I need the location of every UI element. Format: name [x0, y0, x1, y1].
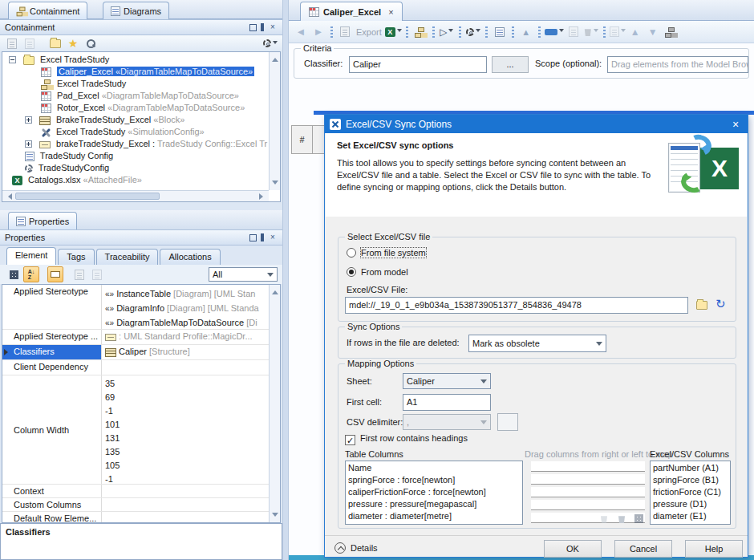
add-new-row-icon[interactable]	[545, 24, 564, 40]
back-icon[interactable]: ◄	[293, 24, 309, 40]
property-row[interactable]: Column Width 35 69 -1 101 131 135 105 -1	[2, 375, 280, 485]
expand-nodes-icon[interactable]	[71, 266, 87, 282]
options-gear-icon[interactable]	[465, 24, 481, 40]
column-header-number[interactable]: #	[291, 125, 313, 154]
first-cell-input[interactable]: A1	[403, 394, 491, 411]
scroll-up-icon[interactable]	[272, 55, 278, 62]
table-columns-list[interactable]: Name springForce : force[newton] caliper…	[345, 461, 523, 525]
scroll-down-icon[interactable]	[272, 513, 278, 520]
move-up-icon[interactable]: ▲	[627, 24, 643, 40]
classifier-input[interactable]: Caliper	[349, 56, 487, 73]
tree-item[interactable]: brakeTradeStudy_Excel : TradeStudy Confi…	[2, 138, 281, 150]
close-dialog-icon[interactable]: ×	[728, 119, 743, 130]
panel-splitter[interactable]	[282, 0, 289, 560]
tree-item[interactable]: TradeStudyConfig	[2, 162, 281, 174]
options-gear-icon[interactable]	[262, 35, 278, 51]
scroll-up-icon[interactable]	[272, 287, 278, 294]
property-row[interactable]: Applied Stereotype ... : UML Standard Pr…	[2, 330, 280, 345]
deleted-rows-select[interactable]: Mark as obsolete	[468, 335, 606, 352]
tab-caliper-excel[interactable]: Caliper_Excel ×	[300, 2, 403, 21]
run-icon[interactable]: ▷	[439, 24, 455, 40]
mapping-drop-zone[interactable]	[531, 461, 645, 525]
list-item[interactable]: partNumber (A1)	[651, 462, 730, 474]
move-rows-icon[interactable]	[610, 24, 626, 40]
filter-criteria-icon[interactable]	[4, 35, 20, 51]
scope-input[interactable]: Drag elements from the Model Browser	[607, 56, 748, 73]
scroll-left-icon[interactable]	[5, 193, 12, 200]
sort-alphabetically-icon[interactable]: A↓Z	[23, 266, 39, 282]
tab-element[interactable]: Element	[6, 247, 56, 265]
browse-classifier-button[interactable]: ...	[492, 56, 529, 73]
mapping-slot[interactable]	[531, 474, 645, 485]
clear-filter-icon[interactable]	[22, 35, 38, 51]
search-icon[interactable]	[83, 35, 99, 51]
float-panel-icon[interactable]	[249, 24, 257, 31]
collapse-nodes-icon[interactable]	[89, 266, 105, 282]
expand-icon[interactable]	[25, 116, 32, 124]
close-panel-icon[interactable]: ×	[268, 233, 278, 242]
property-row[interactable]: Custom Columns	[2, 498, 280, 512]
tab-properties[interactable]: Properties	[8, 212, 77, 229]
property-row[interactable]: Context	[2, 485, 280, 498]
sheet-select[interactable]: Caliper	[403, 373, 491, 389]
validation-icon[interactable]	[492, 24, 508, 40]
list-item[interactable]: caliperFrictionForce : force[newton]	[346, 486, 522, 498]
tab-tags[interactable]: Tags	[58, 249, 94, 265]
mapping-slot[interactable]	[531, 500, 645, 510]
list-item[interactable]: springForce (B1)	[651, 474, 730, 486]
pin-panel-icon[interactable]	[261, 23, 264, 31]
list-item[interactable]: Name	[346, 462, 522, 474]
file-path-input[interactable]: mdel://_19_0_1_e9b034a_1538739051377_854…	[345, 297, 688, 314]
favorites-icon[interactable]: ★	[65, 35, 81, 51]
refresh-icon[interactable]: ↻	[715, 297, 726, 311]
property-row-classifiers[interactable]: Classifiers Caliper [Structure]	[2, 345, 280, 360]
first-row-headings-checkbox[interactable]: First row contains headings	[345, 433, 468, 445]
float-panel-icon[interactable]	[249, 234, 257, 241]
tree-horizontal-scrollbar[interactable]	[2, 190, 269, 201]
excel-columns-list[interactable]: partNumber (A1) springForce (B1) frictio…	[650, 461, 731, 525]
list-item[interactable]: diameter : diameter[metre]	[346, 510, 522, 522]
property-row[interactable]: Default Row Eleme...	[2, 512, 280, 523]
tab-containment[interactable]: Containment	[8, 2, 87, 19]
tree-item[interactable]: Excel TradeStudy «SimulationConfig»	[2, 126, 281, 138]
tree-item[interactable]: Catalogs.xlsx «AttachedFile»	[2, 174, 281, 186]
ok-button[interactable]: OK	[544, 540, 602, 558]
tab-allocations[interactable]: Allocations	[160, 249, 220, 265]
export-report-icon[interactable]	[337, 24, 353, 40]
mapping-slot[interactable]	[531, 461, 645, 472]
cancel-button[interactable]: Cancel	[614, 540, 672, 558]
dialog-title-bar[interactable]: Excel/CSV Sync Options ×	[325, 115, 748, 133]
details-button[interactable]: Details	[334, 542, 378, 554]
close-tab-icon[interactable]: ×	[388, 7, 393, 17]
tree-item[interactable]: TradeStudy Config	[2, 150, 281, 162]
properties-filter-select[interactable]: All	[209, 267, 278, 282]
expand-icon[interactable]	[25, 140, 32, 148]
categorized-view-icon[interactable]	[6, 266, 22, 282]
help-button[interactable]: Help	[685, 540, 743, 558]
tab-diagrams[interactable]: Diagrams	[103, 2, 169, 19]
open-in-new-tree-icon[interactable]	[47, 35, 63, 51]
list-item[interactable]: frictionForce (C1)	[651, 486, 730, 498]
tree-item[interactable]: Caliper_Excel «DiagramTableMapToDataSour…	[2, 66, 281, 78]
list-item[interactable]: pressure (D1)	[651, 498, 730, 510]
tree-vertical-scrollbar[interactable]	[269, 52, 280, 190]
browse-file-icon[interactable]	[696, 301, 707, 310]
mapping-slot[interactable]	[531, 513, 645, 523]
collapse-icon[interactable]	[9, 56, 16, 63]
properties-scrollbar[interactable]	[269, 285, 280, 522]
list-item[interactable]: diameter (E1)	[651, 510, 730, 522]
delete-rows-icon[interactable]	[583, 24, 599, 40]
radio-from-model[interactable]: From model	[347, 267, 408, 277]
radio-from-file-system[interactable]: From file system	[347, 248, 426, 258]
pin-panel-icon[interactable]	[261, 233, 264, 241]
tree-item[interactable]: BrakeTradeStudy_Excel «Block»	[2, 114, 281, 126]
tree-item[interactable]: Pad_Excel «DiagramTableMapToDataSource»	[2, 90, 281, 102]
excel-sync-icon[interactable]	[385, 24, 402, 40]
scroll-right-icon[interactable]	[259, 193, 266, 200]
show-description-icon[interactable]	[47, 266, 63, 282]
close-panel-icon[interactable]: ×	[268, 22, 278, 32]
tree-item[interactable]: Excel TradeStudy	[2, 54, 281, 66]
list-item[interactable]: pressure : pressure[megapascal]	[346, 498, 522, 510]
list-item[interactable]: springForce : force[newton]	[346, 474, 522, 486]
tree-item[interactable]: Rotor_Excel «DiagramTableMapToDataSource…	[2, 102, 281, 114]
